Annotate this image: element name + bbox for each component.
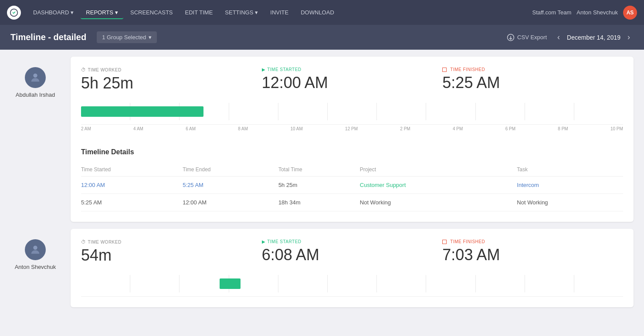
play-icon: ▶ [262, 67, 266, 72]
chevron-down-icon: ▾ [255, 9, 258, 16]
navbar: DASHBOARD ▾ REPORTS ▾ SCREENCASTS EDIT T… [0, 0, 644, 25]
time-finished-value: 5:25 AM [442, 74, 623, 92]
nav-settings[interactable]: SETTINGS ▾ [220, 6, 263, 19]
group-selector[interactable]: 1 Group Selected ▾ [97, 31, 157, 43]
nav-reports[interactable]: REPORTS ▾ [81, 6, 123, 19]
timeline-details: Timeline Details Time Started Time Ended… [81, 148, 623, 211]
nav-dashboard[interactable]: DASHBOARD ▾ [28, 6, 79, 19]
user2-time-finished-label: TIME FINISHED [442, 239, 623, 244]
chevron-down-icon: ▾ [71, 9, 74, 16]
page-title: Timeline - detailed [10, 32, 86, 42]
user1-section: Abdullah Irshad ⏱ TIME WORKED 5h 25m ▶ T… [0, 50, 644, 222]
clock-icon: ⏱ [81, 239, 86, 244]
details-table: Time Started Time Ended Total Time Proje… [81, 163, 623, 211]
stop-icon [442, 240, 447, 244]
user1-timeline: 2 AM 4 AM 6 AM 8 AM 10 AM 12 PM 2 PM 4 P… [81, 103, 623, 138]
col-time-started: Time Started [81, 163, 183, 176]
nav-edit-time[interactable]: EDIT TIME [180, 6, 218, 19]
user1-sidebar: Abdullah Irshad [7, 57, 64, 222]
user2-avatar [25, 239, 46, 260]
user2-timeline [81, 275, 623, 297]
svg-point-2 [33, 74, 37, 78]
user1-avatar [25, 67, 46, 88]
time-finished-label: TIME FINISHED [442, 67, 623, 72]
user2-time-worked-label: ⏱ TIME WORKED [81, 239, 262, 244]
user2-section: Anton Shevchuk ⏱ TIME WORKED 54m ▶ TIME … [0, 229, 644, 307]
user1-card: ⏱ TIME WORKED 5h 25m ▶ TIME STARTED 12:0… [71, 57, 634, 222]
stop-icon [442, 68, 447, 72]
table-row: 5:25 AM 12:00 AM 18h 34m Not Working Not… [81, 194, 623, 211]
chevron-down-icon: ▾ [149, 34, 152, 41]
user2-time-worked-value: 54m [81, 246, 262, 265]
date-navigation: ‹ December 14, 2019 › [554, 31, 634, 44]
nav-download[interactable]: DOWNLOAD [295, 6, 339, 19]
user2-time-worked-stat: ⏱ TIME WORKED 54m [81, 239, 262, 265]
user2-time-started-label: ▶ TIME STARTED [262, 239, 443, 244]
team-name: Staff.com Team [532, 9, 571, 16]
user2-time-finished-value: 7:03 AM [442, 246, 623, 264]
nav-right: Staff.com Team Anton Shevchuk AS [532, 6, 637, 20]
time-started-label: ▶ TIME STARTED [262, 67, 443, 72]
user2-time-started-value: 6:08 AM [262, 246, 443, 264]
col-project: Project [360, 163, 517, 176]
time-worked-stat: ⏱ TIME WORKED 5h 25m [81, 67, 262, 92]
svg-point-3 [33, 246, 37, 250]
user2-stats: ⏱ TIME WORKED 54m ▶ TIME STARTED 6:08 AM… [81, 239, 623, 265]
time-started-stat: ▶ TIME STARTED 12:00 AM [262, 67, 443, 92]
time-started-value: 12:00 AM [262, 74, 443, 92]
user2-time-started-stat: ▶ TIME STARTED 6:08 AM [262, 239, 443, 265]
user2-time-finished-stat: TIME FINISHED 7:03 AM [442, 239, 623, 265]
user1-name: Abdullah Irshad [16, 92, 55, 98]
current-date: December 14, 2019 [567, 34, 620, 41]
user-name: Anton Shevchuk [576, 9, 618, 16]
timeline-details-title: Timeline Details [81, 148, 623, 156]
table-row: 12:00 AM 5:25 AM 5h 25m Customer Support… [81, 176, 623, 194]
chevron-down-icon: ▾ [115, 9, 118, 16]
user2-sidebar: Anton Shevchuk [7, 229, 64, 307]
nav-invite[interactable]: INVITE [265, 6, 294, 19]
prev-date-button[interactable]: ‹ [554, 31, 563, 44]
play-icon: ▶ [262, 239, 266, 244]
user2-timeline-bar [220, 278, 240, 289]
clock-icon: ⏱ [81, 67, 86, 72]
time-finished-stat: TIME FINISHED 5:25 AM [442, 67, 623, 92]
col-time-ended: Time Ended [183, 163, 278, 176]
user1-stats: ⏱ TIME WORKED 5h 25m ▶ TIME STARTED 12:0… [81, 67, 623, 92]
subheader-right: CSV Export ‹ December 14, 2019 › [507, 31, 634, 44]
timeline-labels: 2 AM 4 AM 6 AM 8 AM 10 AM 12 PM 2 PM 4 P… [81, 126, 623, 131]
logo[interactable] [7, 6, 21, 20]
time-worked-value: 5h 25m [81, 74, 262, 92]
timeline-bar [81, 106, 203, 117]
nav-screencasts[interactable]: SCREENCASTS [125, 6, 178, 19]
next-date-button[interactable]: › [624, 31, 634, 44]
user2-card: ⏱ TIME WORKED 54m ▶ TIME STARTED 6:08 AM… [71, 229, 634, 307]
col-total-time: Total Time [278, 163, 360, 176]
user-avatar[interactable]: AS [623, 6, 637, 20]
user2-name: Anton Shevchuk [15, 264, 56, 270]
time-worked-label: ⏱ TIME WORKED [81, 67, 262, 72]
csv-export-button[interactable]: CSV Export [507, 34, 547, 41]
subheader: Timeline - detailed 1 Group Selected ▾ C… [0, 25, 644, 50]
col-task: Task [517, 163, 623, 176]
